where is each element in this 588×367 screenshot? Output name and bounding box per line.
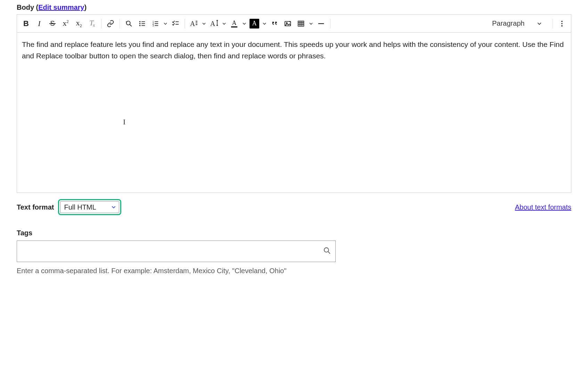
tags-field-wrapper [17, 240, 336, 262]
svg-point-32 [561, 21, 563, 22]
bulleted-list-icon [138, 20, 146, 27]
svg-rect-9 [141, 25, 145, 26]
svg-text:A: A [190, 20, 195, 27]
blockquote-icon [271, 20, 278, 27]
image-icon [284, 20, 292, 27]
kebab-icon [558, 20, 566, 27]
svg-point-34 [561, 25, 563, 26]
toolbar-separator [120, 19, 120, 28]
numbered-list-icon: 1 2 3 [152, 20, 159, 27]
toolbar-separator [330, 19, 330, 28]
svg-text:3: 3 [153, 24, 154, 27]
svg-rect-11 [155, 21, 158, 22]
svg-point-4 [139, 21, 141, 22]
font-background-color-button[interactable]: A [250, 19, 259, 28]
font-family-dropdown[interactable] [201, 17, 207, 30]
subscript-button[interactable]: x2 [73, 17, 85, 30]
paren-open: ( [34, 3, 38, 11]
font-size-dropdown[interactable] [221, 17, 227, 30]
horizontal-line-button[interactable] [315, 17, 327, 30]
tags-label: Tags [17, 229, 571, 237]
numbered-list-dropdown[interactable] [162, 17, 169, 30]
svg-rect-7 [141, 23, 145, 24]
svg-rect-26 [298, 21, 304, 26]
horizontal-line-icon [317, 20, 325, 27]
italic-button[interactable]: I [33, 17, 46, 30]
body-field-label: Body (Edit summary) [17, 3, 571, 11]
heading-dropdown[interactable]: Paragraph [487, 17, 550, 30]
find-replace-button[interactable] [123, 17, 135, 30]
text-cursor-icon: I [123, 116, 125, 128]
superscript-button[interactable]: x2 [59, 17, 72, 30]
editor-toolbar: B I S x2 x2 Tx [17, 15, 571, 33]
insert-table-button[interactable] [295, 17, 307, 30]
more-options-button[interactable] [556, 17, 568, 30]
chevron-down-icon [537, 21, 542, 26]
text-format-label: Text format [17, 203, 54, 211]
toolbar-separator [101, 19, 101, 28]
svg-point-8 [139, 25, 141, 26]
heading-dropdown-value: Paragraph [492, 19, 524, 27]
font-color-button[interactable]: A [228, 17, 240, 30]
find-replace-icon [125, 20, 133, 27]
strikethrough-icon: S [49, 20, 56, 27]
edit-summary-link[interactable]: Edit summary [38, 3, 84, 11]
toolbar-separator [185, 19, 185, 28]
todo-list-button[interactable] [169, 17, 182, 30]
search-icon [323, 247, 331, 256]
strikethrough-button[interactable]: S [46, 17, 59, 30]
link-button[interactable] [104, 17, 117, 30]
font-color-bar [231, 26, 237, 27]
font-family-button[interactable]: A [188, 17, 200, 30]
editor-content-area[interactable]: The find and replace feature lets you fi… [17, 33, 571, 193]
svg-line-3 [130, 24, 132, 26]
font-family-icon: A [190, 20, 198, 27]
blockquote-button[interactable] [268, 17, 281, 30]
body-content-paragraph: The find and replace feature lets you fi… [22, 39, 566, 62]
table-icon [297, 20, 305, 27]
todo-list-icon [172, 20, 179, 27]
svg-rect-13 [155, 23, 158, 24]
text-format-value: Full HTML [64, 203, 96, 211]
svg-point-2 [126, 21, 130, 25]
text-format-highlight: Full HTML [58, 199, 121, 215]
paren-close: ) [84, 3, 87, 11]
insert-image-button[interactable] [281, 17, 294, 30]
font-size-icon: A [210, 20, 219, 27]
toolbar-separator [553, 19, 553, 28]
text-format-select[interactable]: Full HTML [60, 201, 119, 213]
text-format-row: Text format Full HTML About text formats [17, 199, 571, 215]
svg-rect-15 [155, 25, 158, 26]
svg-text:A: A [210, 20, 215, 27]
bulleted-list-button[interactable] [136, 17, 148, 30]
about-text-formats-link[interactable]: About text formats [515, 203, 571, 211]
rich-text-editor: B I S x2 x2 Tx [17, 14, 571, 193]
insert-table-dropdown[interactable] [308, 17, 314, 30]
svg-point-35 [324, 248, 329, 252]
svg-point-33 [561, 23, 563, 24]
tags-input[interactable] [17, 240, 336, 262]
font-size-button[interactable]: A [208, 17, 220, 30]
font-background-color-dropdown[interactable] [261, 17, 268, 30]
svg-point-6 [139, 23, 141, 24]
remove-format-button[interactable]: Tx [86, 17, 98, 30]
link-icon [107, 20, 114, 27]
bold-button[interactable]: B [20, 17, 32, 30]
numbered-list-button[interactable]: 1 2 3 [149, 17, 162, 30]
svg-rect-5 [141, 21, 145, 22]
svg-line-36 [328, 252, 330, 254]
chevron-down-icon [111, 205, 116, 210]
body-label-text: Body [17, 3, 34, 11]
tags-help-text: Enter a comma-separated list. For exampl… [17, 267, 571, 275]
font-color-dropdown[interactable] [241, 17, 247, 30]
